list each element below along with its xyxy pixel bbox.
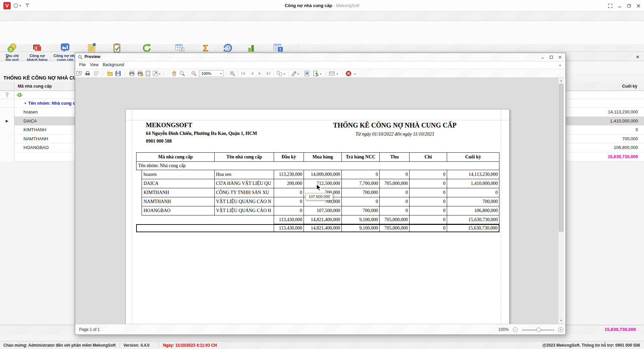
hand-tool-icon[interactable]	[171, 70, 177, 77]
close-all-tabs-icon[interactable]: ✕	[4, 54, 10, 60]
report-cell: 14,000,000,000	[304, 170, 342, 179]
multiple-pages-dropdown-icon[interactable]: ▾	[284, 72, 285, 76]
report-header-cell: Thu	[380, 153, 410, 162]
preview-minimize-button[interactable]	[540, 54, 545, 60]
status-welcome: Chào mừng: Administrator đến với phần mề…	[3, 343, 116, 348]
email-dropdown-icon[interactable]: ▾	[337, 72, 338, 76]
report-header-cell: Mua hàng	[304, 153, 342, 162]
exit-preview-icon[interactable]	[345, 70, 352, 77]
report-cell: 0	[274, 188, 304, 197]
ribbon-group-caption-row: BÁO CÁO THỐNG KÊ ⌄	[0, 44, 644, 52]
preview-close-button[interactable]	[557, 54, 563, 60]
zoom-combo[interactable]: 100% ▾	[199, 70, 224, 77]
menu-overflow-icon[interactable]: ▾	[559, 64, 561, 67]
report-cell: Hoa sen	[215, 170, 274, 179]
report-cell: hoasen	[142, 170, 215, 179]
status-version: Version: 4.4.0	[123, 343, 149, 348]
customize-toolbar-icon[interactable]: ▾	[25, 4, 29, 8]
fullscreen-button[interactable]	[606, 2, 614, 9]
magnifier-icon[interactable]	[179, 70, 185, 77]
abc-filter-icon[interactable]: aBc	[16, 93, 23, 97]
margin-guide-top	[126, 120, 509, 120]
close-panel-icon[interactable]: ✕	[635, 54, 641, 60]
scrollbar-thumb[interactable]	[559, 84, 564, 232]
group-total-value: 15,630,730,000	[608, 152, 644, 161]
report-group-row: Tên nhóm: Nhà cung cấp	[136, 162, 499, 170]
report-page: MEKONGSOFT 64 Nguyễn Đình Chiểu, Phường …	[125, 109, 509, 324]
menu-view[interactable]: View	[90, 62, 99, 67]
zoom-minus-button[interactable]: −	[513, 327, 518, 332]
menu-file[interactable]: File	[79, 62, 86, 67]
report-cell: 0	[410, 170, 447, 179]
scale-dropdown-icon[interactable]: ▾	[159, 72, 160, 76]
report-cell: 0	[410, 188, 447, 197]
preview-menu-bar: File View Background ▾	[75, 61, 566, 69]
preview-title-bar[interactable]: Preview	[75, 53, 566, 61]
restore-button[interactable]	[625, 2, 633, 9]
preview-title: Preview	[85, 54, 100, 59]
app-logo-icon: V	[3, 2, 11, 9]
export-dropdown-icon[interactable]: ▾	[320, 72, 321, 76]
status-date: Ngày: 11/10/2023 4:11:03 CH	[163, 343, 217, 348]
preview-scrollbar[interactable]: ▲ ▼	[558, 78, 564, 324]
email-icon[interactable]	[329, 70, 335, 77]
zoom-slider-handle[interactable]	[536, 328, 541, 332]
report-row: hoasenHoa sen113,230,00014,000,000,00000…	[142, 170, 499, 179]
report-table-header: Mã nhà cung cấpTên nhà cung cấpĐầu kỳMua…	[136, 152, 499, 162]
group-collapse-icon[interactable]: ▾	[24, 101, 26, 105]
report-cell: 0	[380, 206, 410, 215]
document-map-icon[interactable]	[76, 70, 82, 77]
quick-access-circle-icon[interactable]	[13, 3, 18, 8]
report-header-cell: Chi	[410, 153, 447, 162]
report-company-phone: 0901 000 508	[146, 139, 172, 144]
page-setup-icon[interactable]	[145, 70, 151, 77]
application-window: Công nợ nhà cung cấp - MekongSoft V ▾ ▾ …	[0, 0, 644, 349]
zoom-dropdown-icon[interactable]: ▾	[218, 72, 223, 75]
panel-title: THỐNG KÊ CÔNG NỢ NHÀ CU	[3, 75, 80, 81]
grand-total-cell: 14,821,400,000	[304, 225, 341, 232]
grid-column-supplier-code[interactable]: Mã nhà cung cấp	[14, 82, 52, 91]
zoom-plus-button[interactable]: +	[558, 327, 563, 332]
print-icon[interactable]	[129, 70, 135, 77]
grand-total-cell: 0	[409, 225, 447, 232]
report-cell: HOANGBAO	[142, 206, 215, 215]
quick-access-dropdown-icon[interactable]: ▾	[19, 4, 21, 7]
title-bar: Công nợ nhà cung cấp - MekongSoft V ▾ ▾	[0, 0, 644, 11]
zoom-out-icon[interactable]	[191, 70, 197, 77]
grand-total-spacer	[137, 225, 274, 232]
menu-background[interactable]: Background	[103, 62, 124, 67]
report-grand-total-row: 113,430,000 14,821,400,000 9,100,000 705…	[136, 224, 499, 232]
toolbar-overflow-icon[interactable]: ▾	[354, 72, 356, 76]
report-cell: 705,000,000	[380, 179, 410, 188]
search-icon[interactable]	[85, 70, 91, 77]
quick-print-icon[interactable]	[137, 70, 143, 77]
report-cell: 107,500,000	[304, 206, 342, 215]
report-company-name: MEKONGSOFT	[146, 121, 192, 129]
grid-column-closing-balance[interactable]: Cuối kỳ	[622, 82, 644, 91]
export-icon[interactable]	[313, 70, 319, 77]
report-summary-cell: 0	[410, 215, 447, 224]
minimize-button[interactable]	[616, 2, 623, 9]
page-color-dropdown-icon[interactable]: ▾	[298, 72, 299, 76]
scale-icon[interactable]	[152, 70, 158, 77]
report-cell: 113,230,000	[274, 170, 304, 179]
close-button[interactable]	[635, 2, 642, 9]
preview-maximize-button[interactable]	[548, 54, 554, 60]
report-cell: VẬT LIỆU QUẢNG CÁO H	[215, 206, 274, 215]
report-cell: 0	[380, 188, 410, 197]
watermark-icon[interactable]	[304, 70, 310, 77]
report-summary-cell: 113,430,000	[274, 215, 304, 224]
save-icon[interactable]	[115, 70, 121, 77]
status-copyright: @2023 MekongSoft. Thông tin hỗ trợ: 0901…	[542, 343, 640, 348]
scroll-up-icon[interactable]: ▲	[558, 78, 564, 84]
multiple-pages-icon[interactable]	[276, 70, 282, 77]
report-cell: 700,000	[447, 197, 499, 206]
page-count-label: Page 1 of 1	[79, 327, 100, 332]
zoom-in-icon[interactable]	[229, 70, 235, 77]
window-title: Công nợ nhà cung cấp - MekongSoft	[0, 0, 644, 11]
open-icon[interactable]	[107, 70, 113, 77]
report-cell: 0	[380, 170, 410, 179]
page-color-icon[interactable]	[291, 70, 297, 77]
scroll-down-icon[interactable]: ▼	[558, 318, 564, 323]
row-selected-icon: ▶	[0, 117, 14, 125]
